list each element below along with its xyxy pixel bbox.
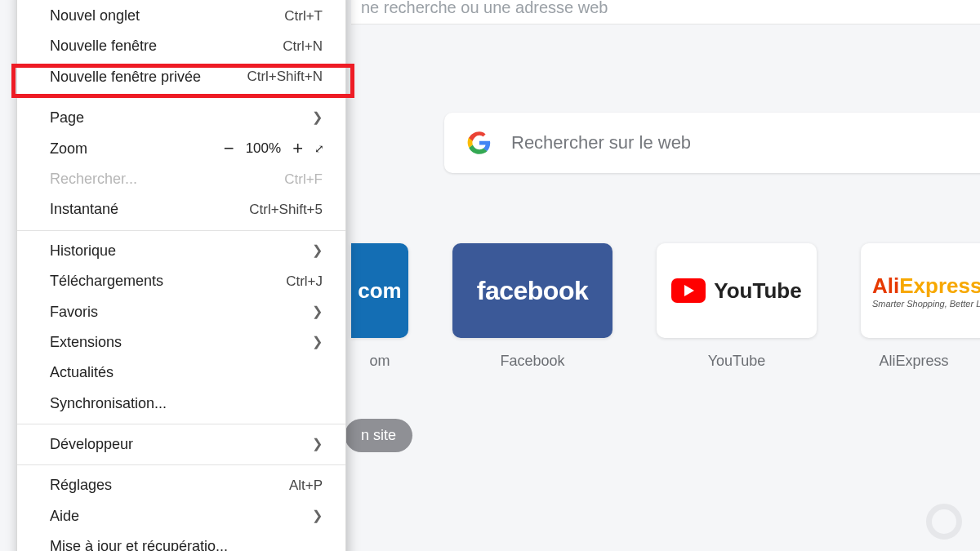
web-search-box[interactable]: Rechercher sur le web — [444, 113, 980, 173]
menu-item-new-window[interactable]: Nouvelle fenêtre Ctrl+N — [17, 31, 345, 61]
menu-label: Instantané — [50, 200, 118, 219]
menu-label: Synchronisation... — [50, 394, 167, 413]
menu-item-developer[interactable]: Développeur ❯ — [17, 429, 345, 460]
menu-label: Actualités — [50, 363, 114, 382]
speed-dial-row: com om facebook Facebook YouTube YouTube… — [351, 243, 980, 370]
menu-shortcut: Ctrl+N — [283, 38, 323, 56]
speed-dial-tile-amazon: com — [351, 243, 408, 338]
menu-label: Nouvelle fenêtre privée — [50, 68, 201, 87]
chevron-right-icon: ❯ — [312, 109, 323, 127]
tile-subtext: Smarter Shopping, Better Livi — [872, 299, 980, 309]
menu-label: Rechercher... — [50, 170, 137, 189]
menu-separator — [17, 97, 345, 98]
menu-item-bookmarks[interactable]: Favoris ❯ — [17, 297, 345, 327]
tile-text: YouTube — [714, 278, 801, 304]
menu-item-sync[interactable]: Synchronisation... — [17, 389, 345, 419]
menu-shortcut: Ctrl+Shift+5 — [249, 201, 323, 219]
speed-dial-amazon[interactable]: com om — [351, 243, 408, 370]
menu-item-news[interactable]: Actualités — [17, 358, 345, 388]
menu-label: Mise à jour et récupératio... — [50, 537, 228, 551]
menu-item-find: Rechercher... Ctrl+F — [17, 164, 345, 194]
zoom-out-button[interactable]: − — [224, 140, 234, 158]
menu-item-update-recovery[interactable]: Mise à jour et récupératio... — [17, 531, 345, 551]
tile-text: facebook — [477, 276, 588, 306]
zoom-in-button[interactable]: + — [292, 140, 303, 158]
chevron-right-icon: ❯ — [312, 334, 323, 351]
chevron-right-icon: ❯ — [312, 508, 323, 525]
chevron-right-icon: ❯ — [312, 304, 323, 321]
speed-dial-caption: YouTube — [657, 353, 817, 370]
tile-text: com — [358, 278, 401, 304]
menu-item-zoom: Zoom − 100% + ⤢ — [17, 134, 345, 164]
speed-dial-caption: AliExpress — [861, 353, 967, 370]
menu-shortcut: Ctrl+Shift+N — [247, 68, 323, 86]
menu-label: Extensions — [50, 333, 122, 352]
menu-item-downloads[interactable]: Téléchargements Ctrl+J — [17, 266, 345, 296]
add-site-button[interactable]: n site — [345, 419, 412, 452]
menu-item-history[interactable]: Historique ❯ — [17, 236, 345, 266]
opera-logo-icon — [926, 504, 962, 540]
chevron-right-icon: ❯ — [312, 436, 323, 453]
speed-dial-facebook[interactable]: facebook Facebook — [452, 243, 612, 370]
speed-dial-tile-youtube: YouTube — [657, 243, 817, 338]
chevron-right-icon: ❯ — [312, 242, 323, 260]
menu-label: Développeur — [50, 435, 133, 454]
youtube-icon — [671, 278, 706, 303]
menu-label: Aide — [50, 507, 79, 526]
menu-item-snapshot[interactable]: Instantané Ctrl+Shift+5 — [17, 194, 345, 224]
menu-shortcut: Alt+P — [289, 477, 323, 495]
speed-dial-tile-aliexpress: AliExpress Smarter Shopping, Better Livi — [861, 243, 980, 338]
menu-separator — [17, 464, 345, 465]
menu-label: Favoris — [50, 303, 98, 322]
add-site-label: n site — [361, 427, 396, 443]
menu-label: Nouvelle fenêtre — [50, 37, 157, 56]
web-search-placeholder: Rechercher sur le web — [511, 132, 691, 153]
menu-separator — [17, 230, 345, 231]
speed-dial-caption: Facebook — [452, 353, 612, 370]
tile-text: AliExpress — [872, 273, 980, 299]
address-bar-placeholder[interactable]: ne recherche ou une adresse web — [351, 0, 980, 24]
menu-separator — [17, 424, 345, 424]
menu-label: Réglages — [50, 476, 112, 495]
menu-shortcut: Ctrl+F — [284, 171, 323, 189]
menu-label: Historique — [50, 242, 116, 260]
google-logo-icon — [467, 131, 492, 155]
menu-item-page[interactable]: Page ❯ — [17, 103, 345, 133]
menu-item-new-private-window[interactable]: Nouvelle fenêtre privée Ctrl+Shift+N — [17, 62, 345, 92]
speed-dial-caption: om — [351, 353, 408, 370]
menu-label: Page — [50, 109, 84, 127]
main-menu: Nouvel onglet Ctrl+T Nouvelle fenêtre Ct… — [16, 0, 346, 551]
speed-dial-youtube[interactable]: YouTube YouTube — [657, 243, 817, 370]
menu-shortcut: Ctrl+T — [284, 7, 323, 25]
speed-dial-tile-facebook: facebook — [452, 243, 612, 338]
menu-item-settings[interactable]: Réglages Alt+P — [17, 470, 345, 500]
speed-dial-aliexpress[interactable]: AliExpress Smarter Shopping, Better Livi… — [861, 243, 967, 370]
menu-item-extensions[interactable]: Extensions ❯ — [17, 327, 345, 358]
menu-label: Téléchargements — [50, 272, 163, 291]
menu-label: Nouvel onglet — [50, 7, 140, 25]
menu-item-help[interactable]: Aide ❯ — [17, 501, 345, 531]
menu-shortcut: Ctrl+J — [286, 273, 323, 291]
zoom-value: 100% — [246, 140, 281, 158]
address-bar-hint-text: ne recherche ou une adresse web — [361, 0, 608, 17]
menu-label: Zoom — [50, 140, 87, 158]
fullscreen-icon[interactable]: ⤢ — [314, 141, 323, 156]
menu-item-new-tab[interactable]: Nouvel onglet Ctrl+T — [17, 1, 345, 31]
